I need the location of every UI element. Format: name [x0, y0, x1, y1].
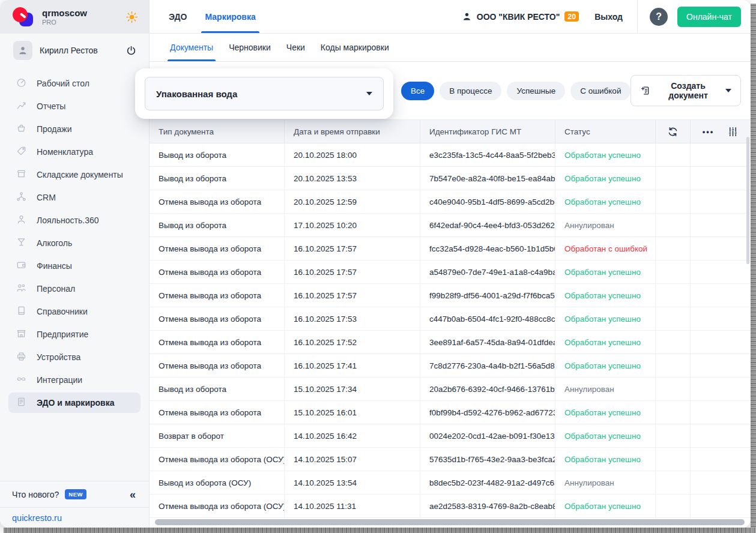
- horizontal-scrollbar[interactable]: [155, 519, 745, 525]
- online-chat-button[interactable]: Онлайн-чат: [677, 7, 741, 27]
- refresh-icon[interactable]: [667, 126, 679, 137]
- cell-status: Обработан с ошибкой: [555, 237, 656, 260]
- cell-status: Обработан успешно: [555, 284, 656, 307]
- cell-gis-id: fcc32a54-d928-4eac-b560-1b1d5b0...: [420, 237, 555, 260]
- sidebar-item-people[interactable]: Персонал: [8, 279, 141, 299]
- site-row: quickresto.ru: [0, 508, 149, 528]
- sidebar-item-dashboard[interactable]: Рабочий стол: [8, 73, 141, 94]
- cell-sent-datetime: 20.10.2025 18:00: [285, 143, 420, 166]
- more-icon[interactable]: •••: [703, 127, 715, 136]
- table-row[interactable]: Отмена вывода из оборота (ОСУ)14.10.2025…: [150, 495, 751, 518]
- table-row[interactable]: Отмена вывода из оборота (ОСУ)14.10.2025…: [150, 448, 751, 471]
- cell-empty: [691, 284, 751, 307]
- cell-document-type: Вывод из оборота (ОСУ): [150, 471, 285, 494]
- table-row[interactable]: Отмена вывода из оборота16.10.2025 17:52…: [150, 331, 751, 354]
- sidebar-item-label: Лояльность.360: [37, 215, 99, 225]
- table-row[interactable]: Вывод из оборота20.10.2025 13:537b547e0e…: [150, 167, 751, 190]
- column-settings-icon[interactable]: [727, 126, 739, 137]
- subtab-item[interactable]: Документы: [170, 34, 213, 61]
- table-row[interactable]: Вывод из оборота (ОСУ)14.10.2025 13:54b8…: [150, 471, 751, 495]
- cell-empty: [691, 471, 751, 494]
- brand-name: qrmoscow: [42, 8, 117, 18]
- create-document-button[interactable]: Создать документ: [631, 75, 741, 106]
- subtab-item[interactable]: Чеки: [286, 34, 305, 61]
- top-tab-active[interactable]: Маркировка: [205, 0, 255, 33]
- sidebar-item-box[interactable]: Складские документы: [8, 164, 141, 185]
- sidebar-item-reports[interactable]: Отчеты: [8, 96, 141, 116]
- whats-new-row[interactable]: Что нового? NEW «: [0, 481, 149, 508]
- cell-empty: [691, 354, 751, 377]
- subtab-item[interactable]: Коды маркировки: [321, 34, 389, 61]
- vertical-scrollbar[interactable]: [746, 137, 749, 264]
- filter-chip[interactable]: В процессе: [440, 82, 501, 100]
- whats-new-label[interactable]: Что нового?: [12, 490, 59, 499]
- sidebar-item-glass[interactable]: Алкоголь: [8, 233, 141, 253]
- document-plus-icon: [640, 84, 651, 97]
- product-filter-card: Упакованная вода: [135, 68, 393, 119]
- sidebar-item-printer[interactable]: Устройства: [8, 347, 141, 367]
- filter-chip[interactable]: Все: [401, 82, 434, 100]
- help-icon[interactable]: ?: [650, 8, 668, 26]
- user-row[interactable]: Кирилл Рестов: [0, 34, 149, 64]
- theme-toggle-sun-icon[interactable]: [125, 11, 138, 23]
- filter-chip[interactable]: С ошибкой: [570, 82, 631, 100]
- cell-empty: [656, 448, 691, 471]
- cell-status: Обработан успешно: [555, 190, 656, 213]
- table-row[interactable]: Отмена вывода из оборота16.10.2025 17:57…: [150, 260, 751, 284]
- account-menu[interactable]: ООО "КВИК РЕСТО" 20: [462, 11, 579, 22]
- sidebar-item-doc[interactable]: ЭДО и маркировка: [8, 393, 141, 413]
- table-row[interactable]: Вывод из оборота20.10.2025 18:00e3c235fa…: [150, 143, 751, 167]
- table-row[interactable]: Вывод из оборота17.10.2025 10:206f42edaf…: [150, 214, 751, 237]
- filter-chip[interactable]: Успешные: [507, 82, 565, 100]
- cell-gis-id: 57635d1b-f765-43e2-9aa3-be3fca2...: [420, 448, 555, 471]
- table-row[interactable]: Отмена вывода из оборота16.10.2025 17:41…: [150, 354, 751, 378]
- table-row[interactable]: Возврат в оборот14.10.2025 16:420024e202…: [150, 424, 751, 448]
- cell-document-type: Вывод из оборота: [150, 378, 285, 400]
- cell-status: Аннулирован: [555, 214, 656, 236]
- sidebar-item-store[interactable]: Предприятие: [8, 324, 141, 345]
- table-row[interactable]: Отмена вывода из оборота16.10.2025 17:53…: [150, 307, 751, 331]
- sidebar-item-label: Предприятие: [37, 330, 88, 339]
- sidebar-item-infinity[interactable]: Интеграции: [8, 370, 141, 390]
- column-header: Идентификатор ГИС МТ: [420, 120, 555, 143]
- table-body: Вывод из оборота20.10.2025 18:00e3c235fa…: [150, 143, 751, 518]
- cell-document-type: Отмена вывода из оборота: [150, 354, 285, 377]
- subtab-item[interactable]: Черновики: [229, 34, 271, 61]
- sidebar-item-sales[interactable]: Продажи: [8, 119, 141, 139]
- top-tab-item[interactable]: ЭДО: [169, 0, 187, 33]
- reports-icon: [16, 100, 27, 113]
- cell-gis-id: 3ee891af-6a57-45da-8a94-01dfdea...: [420, 331, 555, 354]
- cell-empty: [691, 190, 751, 213]
- cell-status: Обработан успешно: [555, 331, 656, 354]
- table-row[interactable]: Отмена вывода из оборота15.10.2025 16:01…: [150, 401, 751, 424]
- cell-gis-id: a54879e0-7de7-49e1-a1a8-c4a9ba...: [420, 260, 555, 283]
- site-link[interactable]: quickresto.ru: [12, 513, 62, 523]
- product-select[interactable]: Упакованная вода: [145, 77, 384, 110]
- cell-document-type: Вывод из оборота: [150, 214, 285, 236]
- sidebar-item-label: CRM: [37, 193, 56, 202]
- sidebar-item-crm[interactable]: CRM: [8, 187, 141, 208]
- people-icon: [16, 282, 27, 295]
- table-row[interactable]: Отмена вывода из оборота20.10.2025 12:59…: [150, 190, 751, 214]
- column-header: Статус: [555, 120, 656, 143]
- cell-empty: [691, 401, 751, 424]
- sidebar-item-loyalty[interactable]: Лояльность.360: [8, 210, 141, 230]
- cell-status: Обработан успешно: [555, 167, 656, 190]
- topbar-divider: [637, 0, 638, 34]
- cell-status: Обработан успешно: [555, 401, 656, 424]
- sidebar-footer: Что нового? NEW « quickresto.ru: [0, 481, 149, 528]
- table-row[interactable]: Отмена вывода из оборота16.10.2025 17:57…: [150, 237, 751, 260]
- logout-power-icon[interactable]: [125, 45, 137, 56]
- table-row[interactable]: Вывод из оборота15.10.2025 17:3420a2b676…: [150, 378, 751, 401]
- app-logo: [12, 6, 34, 28]
- sidebar-item-wallet[interactable]: Финансы: [8, 256, 141, 276]
- table-row[interactable]: Отмена вывода из оборота16.10.2025 17:57…: [150, 284, 751, 307]
- sidebar-item-tag[interactable]: Номенклатура: [8, 142, 141, 162]
- sidebar-collapse-icon[interactable]: «: [130, 489, 136, 500]
- sidebar-item-label: Устройства: [37, 352, 80, 362]
- logout-link[interactable]: Выход: [594, 12, 623, 22]
- sidebar-item-book[interactable]: Справочники: [8, 301, 141, 322]
- tag-icon: [16, 145, 27, 158]
- glass-icon: [16, 236, 27, 250]
- chevron-down-icon: [366, 92, 372, 95]
